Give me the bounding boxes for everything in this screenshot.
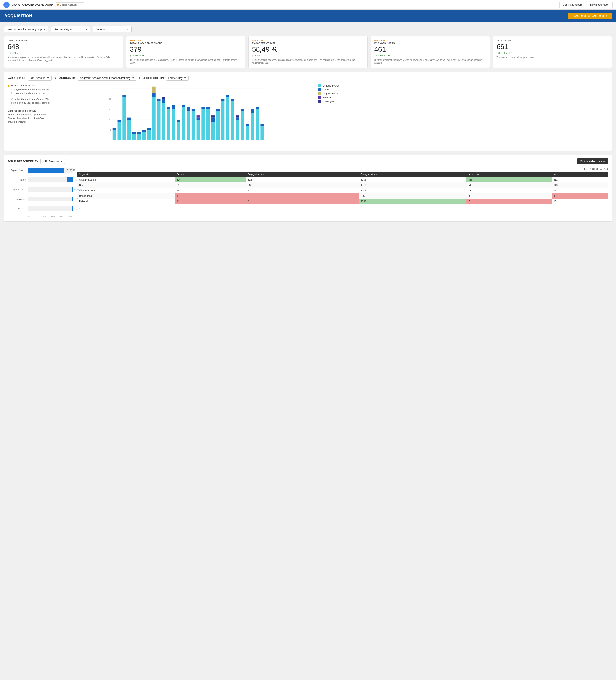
- format-select[interactable]: Format: Day ▼: [166, 76, 189, 81]
- svg-text:15: 15: [109, 108, 111, 110]
- download-report-button[interactable]: ↓ Download report: [585, 2, 613, 8]
- svg-rect-65: [226, 95, 230, 97]
- table-header: Segment ↕: [77, 172, 175, 177]
- get-link-button[interactable]: Get link to report: [559, 2, 585, 8]
- segment-select-arrow-icon: ▼: [132, 77, 135, 80]
- h-bar-row: Organic Search81,17 %: [8, 168, 73, 173]
- svg-rect-63: [221, 99, 225, 101]
- svg-rect-45: [181, 105, 185, 107]
- country-filter[interactable]: Country ▼: [93, 26, 131, 32]
- ga-badge-dot: [57, 4, 59, 6]
- svg-text:25: 25: [109, 87, 111, 90]
- kpi-label: ENGAGEMENT RATE: [252, 42, 364, 45]
- kpi-change: ↑ 46.3% vs PP: [8, 52, 119, 54]
- svg-rect-69: [236, 118, 239, 120]
- svg-rect-56: [206, 107, 210, 109]
- svg-rect-60: [216, 111, 220, 140]
- sort-arrow-icon: ↕: [187, 174, 187, 175]
- svg-rect-34: [157, 99, 160, 101]
- device-category-label: Device category: [54, 28, 72, 31]
- svg-rect-17: [118, 119, 121, 122]
- kpi-desc: Number of distinct users who visited you…: [374, 59, 486, 65]
- h-bar-fill: −1,7 %: [72, 206, 73, 211]
- table-cell: 113: [552, 182, 609, 188]
- svg-rect-46: [186, 111, 190, 140]
- format-select-label: Format: Day: [168, 77, 183, 80]
- svg-rect-55: [206, 109, 210, 140]
- svg-rect-58: [211, 118, 215, 122]
- date-range-selector[interactable]: 1 oct. 2023 - 31 oct. 2023 ▼: [568, 12, 612, 19]
- svg-rect-66: [231, 101, 234, 140]
- kpi-select-arrow-icon: ▼: [47, 77, 49, 80]
- channel-group-filter[interactable]: Session default channel group ▼: [4, 26, 48, 32]
- svg-rect-79: [261, 126, 264, 140]
- svg-rect-14: [113, 130, 116, 140]
- svg-rect-35: [162, 103, 165, 140]
- channel-title: Channel grouping details: [8, 109, 51, 112]
- kpi-card-1: New in GA4 TOTAL ENGAGED SESSIONS 379 ↑ …: [126, 36, 245, 68]
- svg-rect-27: [142, 130, 146, 132]
- svg-rect-67: [231, 99, 234, 101]
- table-cell: Organic Search: [77, 177, 175, 182]
- svg-rect-59: [211, 115, 215, 118]
- svg-rect-44: [181, 107, 185, 140]
- x-axis-labels: 2023-10-012023-10-022023-10-032023-10-04…: [54, 146, 316, 147]
- table-header: Active users ↕: [466, 172, 552, 177]
- table-row: Referral11873 %715: [77, 199, 608, 204]
- top10-kpi-select[interactable]: KPI: Session ▼: [40, 159, 65, 164]
- legend-item: Organic Social: [318, 92, 345, 95]
- svg-rect-31: [152, 93, 155, 97]
- segment-select[interactable]: Segment: Session default channel groupin…: [78, 76, 137, 81]
- h-bar-track: −1,7 %: [28, 197, 73, 201]
- legend-label: Unassigned: [323, 100, 335, 103]
- svg-rect-54: [201, 107, 205, 109]
- svg-rect-25: [137, 132, 141, 134]
- svg-rect-23: [132, 132, 136, 134]
- svg-rect-39: [167, 107, 170, 109]
- table-cell: 16: [175, 188, 246, 193]
- go-detail-button[interactable]: Go to detailed data →: [577, 159, 608, 165]
- kpi-new-badge: New in GA4: [252, 39, 364, 42]
- table-cell: Organic Social: [77, 188, 175, 193]
- table-cell: 0: [246, 193, 358, 199]
- tip-icon: ●: [8, 84, 9, 107]
- device-category-filter[interactable]: Device category ▼: [51, 26, 90, 32]
- date-range-label: 1 oct. 2023 - 31 oct. 2023: [572, 14, 604, 18]
- sort-arrow-icon: ↕: [481, 174, 482, 175]
- svg-rect-50: [197, 119, 200, 140]
- acquisition-header: ACQUISITION 1 oct. 2023 - 31 oct. 2023 ▼: [0, 9, 616, 22]
- legend-item: Direct: [318, 88, 345, 91]
- table-cell: 15: [552, 199, 609, 204]
- bar-chart-svg-wrap: 0510152025 2023-10-012023-10-022023-10-0…: [54, 84, 316, 147]
- table-cell: 9: [466, 193, 552, 199]
- svg-rect-37: [162, 97, 165, 99]
- chart-legend: Organic SearchDirectOrganic SocialReferr…: [318, 84, 345, 103]
- channel-group-label: Session default channel group: [7, 28, 42, 31]
- chart-body: ● How to use this chart? Change values i…: [8, 84, 608, 147]
- h-bar-fill: −12,81 %: [67, 177, 73, 182]
- kpi-card-0: TOTAL SESSIONS 648 ↑ 46.3% vs PP A sessi…: [4, 36, 123, 68]
- svg-rect-28: [147, 130, 150, 140]
- svg-rect-75: [251, 113, 254, 140]
- table-cell: 7: [466, 199, 552, 204]
- top10-title: TOP 10 PERFORMER BY KPI: Session ▼: [8, 159, 65, 164]
- table-cell: 8: [246, 199, 358, 204]
- table-cell: 11: [175, 199, 246, 204]
- table-row: Organic Social161169 %1317: [77, 188, 608, 193]
- svg-rect-32: [152, 87, 155, 93]
- h-bar-track: 81,17 %: [28, 168, 73, 173]
- table-row: Direct833643 %54113: [77, 182, 608, 188]
- table-cell: 11: [246, 188, 358, 193]
- table-cell: 389: [466, 177, 552, 182]
- kpi-value: 661: [497, 43, 608, 51]
- kpi-change: ↑ 45.9% vs PP: [374, 54, 486, 57]
- svg-rect-76: [251, 109, 254, 113]
- horizontal-bar-chart: Organic Search81,17 %Direct−12,81 %Organ…: [8, 168, 73, 218]
- ga-badge: Google Analytics 4 ↗: [55, 2, 84, 7]
- top-bar-left: ● GA4 STANDARD DASHBOARD Google Analytic…: [3, 2, 84, 8]
- kpi-new-badge: New in GA4: [374, 39, 486, 42]
- table-cell: Direct: [77, 182, 175, 188]
- kpi-select[interactable]: KPI: Session ▼: [28, 76, 52, 81]
- svg-rect-73: [246, 126, 249, 140]
- date-selector-arrow-icon: ▼: [606, 15, 608, 17]
